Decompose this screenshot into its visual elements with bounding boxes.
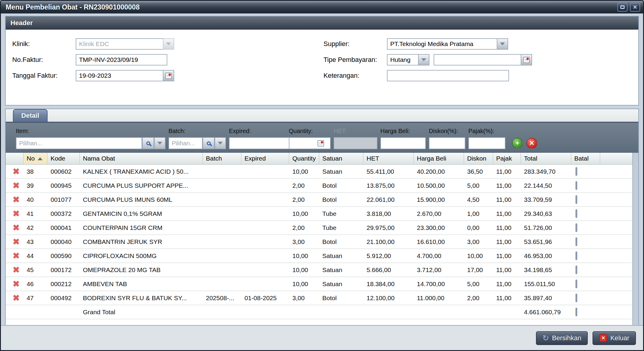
delete-row-icon[interactable]: ✖: [9, 294, 24, 302]
cell-diskon: 5,00: [464, 179, 493, 192]
batal-checkbox[interactable]: [575, 294, 577, 302]
jatuh-tempo-date-input[interactable]: [434, 54, 521, 65]
table-row: ✖ 39 000945 CURCUMA PLUS SUPPORT APPE...…: [6, 179, 632, 193]
batal-checkbox[interactable]: [575, 237, 577, 246]
vertical-scrollbar[interactable]: [632, 153, 638, 325]
cell-harga-beli: 14.700,00: [414, 277, 464, 291]
plus-icon: +: [516, 139, 520, 147]
cell-kode: 001077: [48, 193, 80, 206]
cell-pajak: 11,00: [493, 235, 521, 248]
batal-checkbox[interactable]: [575, 181, 577, 190]
maximize-button[interactable]: [617, 3, 628, 12]
jatuh-tempo-date-trigger[interactable]: [521, 54, 532, 65]
item-search-trigger[interactable]: [142, 137, 154, 149]
close-button[interactable]: ✕: [630, 3, 640, 12]
tipe-pembayaran-dropdown-trigger[interactable]: [418, 54, 429, 65]
delete-row-icon[interactable]: ✖: [9, 210, 24, 218]
cell-het: 22.061,00: [364, 193, 414, 206]
no-faktur-input[interactable]: [76, 54, 167, 65]
diskon-filter-input[interactable]: [429, 137, 465, 149]
grand-total-value: 4.661.060,79: [521, 305, 571, 319]
delete-row-icon[interactable]: ✖: [9, 167, 24, 176]
column-header-nama-obat[interactable]: Nama Obat: [80, 153, 203, 164]
keluar-button[interactable]: ✕ Keluar: [593, 331, 636, 345]
cell-het: 3.818,00: [364, 207, 414, 220]
column-header-pajak[interactable]: Pajak: [493, 153, 521, 164]
batal-checkbox[interactable]: [575, 251, 577, 260]
column-header-kode[interactable]: Kode: [48, 153, 80, 164]
column-header-batch[interactable]: Batch: [203, 153, 242, 164]
tipe-pembayaran-select[interactable]: [387, 54, 418, 65]
add-row-button[interactable]: +: [512, 138, 523, 149]
cell-kode: 000945: [48, 179, 80, 192]
cell-kode: 000212: [48, 277, 80, 291]
detail-grid: No Kode Nama Obat Batch Expired Quantity…: [6, 153, 638, 325]
search-icon: [146, 141, 150, 145]
cell-satuan: Tube: [319, 221, 364, 234]
cell-nama-obat: COMBANTRIN JERUK SYR: [80, 235, 203, 248]
tab-detail[interactable]: Detail: [13, 109, 48, 122]
tanggal-faktur-input[interactable]: [76, 70, 163, 81]
column-header-harga-beli[interactable]: Harga Beli: [414, 153, 464, 164]
batal-checkbox[interactable]: [575, 280, 577, 288]
cell-no: 46: [24, 277, 48, 291]
column-header-filler: [600, 153, 632, 164]
batal-checkbox[interactable]: [575, 195, 577, 204]
column-header-batal[interactable]: Batal: [571, 153, 600, 164]
delete-row-icon[interactable]: ✖: [9, 266, 24, 274]
cell-total: 283.349,70: [521, 165, 571, 178]
delete-row-icon[interactable]: ✖: [9, 252, 24, 260]
cell-pajak: 11,00: [493, 263, 521, 277]
cell-pajak: 11,00: [493, 277, 521, 291]
cell-no: 43: [24, 235, 48, 248]
quantity-filter-input[interactable]: [289, 137, 331, 149]
window-title: Menu Pembelian Obat - RN230901000008: [6, 3, 615, 11]
quantity-filter-label: Quantity:: [289, 128, 331, 135]
column-header-expired[interactable]: Expired: [242, 153, 289, 164]
cell-diskon: 3,00: [464, 235, 493, 248]
batch-search-trigger[interactable]: [203, 137, 215, 149]
batch-dropdown-trigger[interactable]: [215, 137, 226, 149]
item-filter-input[interactable]: [16, 137, 142, 149]
batal-checkbox[interactable]: [575, 223, 577, 232]
cell-het: 5.666,00: [364, 263, 414, 277]
delete-row-icon[interactable]: ✖: [9, 280, 24, 288]
klinik-dropdown-trigger[interactable]: [163, 38, 174, 50]
cell-pajak: 11,00: [493, 291, 521, 305]
column-header-diskon[interactable]: Diskon: [464, 153, 493, 164]
column-header-satuan[interactable]: Satuan: [319, 153, 364, 164]
cell-nama-obat: GENTAMICIN 0,1% 5GRAM: [80, 207, 203, 220]
column-header-total[interactable]: Total: [521, 153, 571, 164]
harga-beli-filter-label: Harga Beli:: [380, 128, 426, 135]
cell-pajak: 11,00: [493, 193, 521, 206]
delete-row-icon[interactable]: ✖: [9, 196, 24, 204]
batal-checkbox[interactable]: [575, 265, 577, 274]
delete-row-icon[interactable]: ✖: [9, 224, 24, 232]
klinik-select[interactable]: [76, 38, 163, 50]
batal-checkbox[interactable]: [575, 209, 577, 218]
cell-batch: 202508-...: [203, 291, 242, 305]
cell-kode: 000492: [48, 291, 80, 305]
batch-filter-input[interactable]: [168, 137, 203, 149]
supplier-select[interactable]: [387, 38, 497, 50]
bersihkan-button[interactable]: ↻ Bersihkan: [536, 331, 588, 345]
harga-beli-filter-input[interactable]: [380, 137, 426, 149]
grid-body: ✖ 38 000602 KALNEX ( TRANEXAMIC ACID ) 5…: [6, 165, 632, 305]
supplier-dropdown-trigger[interactable]: [497, 38, 508, 50]
batal-checkbox[interactable]: [575, 167, 577, 176]
delete-row-icon[interactable]: ✖: [9, 181, 24, 190]
pajak-filter-input[interactable]: [468, 137, 505, 149]
column-header-no[interactable]: No: [24, 153, 48, 164]
item-dropdown-trigger[interactable]: [154, 137, 165, 149]
grand-total-row: Grand Total 4.661.060,79: [6, 305, 632, 319]
diskon-filter-label: Diskon(%):: [429, 128, 465, 135]
grid-header-row: No Kode Nama Obat Batch Expired Quantity…: [6, 153, 632, 165]
column-header-het[interactable]: HET: [364, 153, 414, 164]
keterangan-input[interactable]: [387, 70, 509, 81]
clear-entry-button[interactable]: ✕: [526, 138, 537, 149]
column-header-quantity[interactable]: Quantity: [289, 153, 319, 164]
cell-no: 47: [24, 291, 48, 305]
tanggal-faktur-date-trigger[interactable]: [163, 70, 174, 81]
delete-row-icon[interactable]: ✖: [9, 238, 24, 246]
batal-checkbox[interactable]: [575, 308, 577, 316]
